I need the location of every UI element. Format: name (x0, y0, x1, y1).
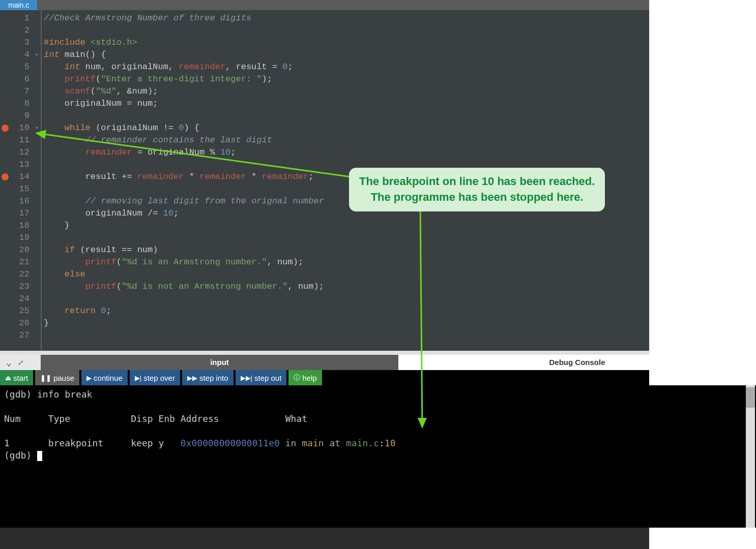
fold-gutter: ▾ ▾ (33, 10, 41, 351)
tab-debug-console[interactable]: Debug Console (398, 355, 756, 370)
console-scrollbar[interactable] (746, 385, 755, 528)
pane-separator[interactable] (0, 351, 756, 355)
cursor-icon (37, 451, 42, 461)
step-over-button[interactable]: ▶|step over (130, 370, 180, 385)
fold-marker-icon[interactable]: ▾ (33, 122, 41, 134)
continue-button[interactable]: ▶continue (81, 370, 128, 385)
breakpoint-dot-icon (2, 125, 9, 132)
tab-bar: main.c (0, 0, 756, 10)
eject-icon: ⏏ (5, 374, 11, 382)
breakpoint-gutter[interactable] (0, 10, 10, 351)
file-tab-mainc[interactable]: main.c (0, 0, 37, 10)
chevron-down-icon[interactable]: ⌄ (6, 357, 12, 368)
line-number-gutter: 1234 5678 9101112 13141516 17181920 2122… (10, 10, 33, 351)
debug-toolbar: ⏏start ❚❚pause ▶continue ▶|step over ▶▶s… (0, 370, 756, 385)
console-header: Num Type Disp Enb Address What (4, 413, 752, 425)
breakpoint-line-14[interactable] (0, 171, 10, 183)
step-over-icon: ▶| (135, 374, 141, 382)
annotation-callout: The breakpoint on line 10 has been reach… (349, 168, 605, 211)
bottom-panel-header: ⌄ ⤢ input Debug Console (0, 355, 756, 370)
debug-console[interactable]: (gdb) info break Num Type Disp Enb Addre… (0, 385, 756, 528)
play-icon: ▶ (86, 374, 92, 382)
pause-icon: ❚❚ (40, 374, 51, 382)
breakpoint-line-10[interactable] (0, 122, 10, 134)
help-button[interactable]: ⓘhelp (288, 370, 322, 385)
step-out-button[interactable]: ▶▶|step out (236, 370, 287, 385)
start-button[interactable]: ⏏start (0, 370, 33, 385)
breakpoint-dot-icon (2, 173, 9, 180)
pause-button[interactable]: ❚❚pause (35, 370, 79, 385)
info-icon: ⓘ (294, 373, 300, 382)
step-into-button[interactable]: ▶▶step into (182, 370, 234, 385)
step-into-icon: ▶▶ (187, 374, 197, 382)
expand-icon[interactable]: ⤢ (18, 358, 24, 367)
tab-input[interactable]: input (41, 355, 398, 370)
fold-marker-icon[interactable]: ▾ (33, 49, 41, 61)
code-comment: //Check Armstrong Number of three digits (44, 13, 251, 23)
step-out-icon: ▶▶| (241, 374, 252, 382)
scrollbar-thumb[interactable] (746, 387, 755, 408)
